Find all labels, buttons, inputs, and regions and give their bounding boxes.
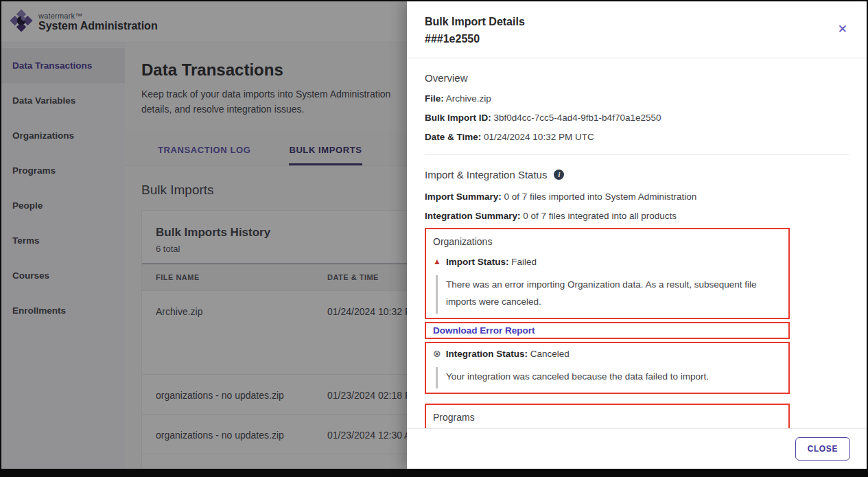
- organizations-integration-note: Your integration was canceled because th…: [436, 367, 782, 388]
- close-icon[interactable]: ✕: [838, 23, 847, 35]
- bulk-import-id-value: 3bf0d4cc-7cc5-4ad4-9fb1-b4f70a1e2550: [494, 113, 661, 123]
- organizations-integration-status-block: ⊗ Integration Status: Canceled Your inte…: [425, 342, 790, 394]
- file-label: File:: [425, 93, 444, 104]
- drawer-header: Bulk Import Details ###1e2550 ✕: [407, 1, 867, 58]
- organizations-integration-status: ⊗ Integration Status: Canceled: [433, 349, 782, 359]
- integration-status-label: Integration Status:: [446, 349, 528, 359]
- bulk-import-details-drawer: Bulk Import Details ###1e2550 ✕ Overview…: [407, 1, 867, 469]
- organizations-block-title: Organizations: [433, 236, 782, 247]
- drawer-footer: CLOSE: [407, 428, 867, 469]
- integration-status-value: Canceled: [530, 349, 570, 359]
- overview-file: File: Archive.zip: [425, 93, 849, 104]
- integration-summary: Integration Summary: 0 of 7 files integr…: [425, 211, 849, 221]
- import-summary-value: 0 of 7 files imported into System Admini…: [504, 191, 697, 202]
- integration-summary-label: Integration Summary:: [425, 211, 521, 221]
- integration-summary-value: 0 of 7 files integrated into all product…: [523, 211, 677, 221]
- import-summary: Import Summary: 0 of 7 files imported in…: [425, 191, 849, 202]
- info-icon[interactable]: i: [554, 170, 564, 180]
- date-time-label: Date & Time:: [425, 132, 481, 142]
- drawer-title-line1: Bulk Import Details: [425, 14, 849, 31]
- drawer-title: Bulk Import Details ###1e2550: [425, 14, 849, 48]
- bulk-import-id-label: Bulk Import ID:: [425, 113, 491, 123]
- overview-date-time: Date & Time: 01/24/2024 10:32 PM UTC: [425, 132, 849, 142]
- section-divider: [425, 154, 849, 155]
- import-status-label: Import Status:: [446, 257, 509, 267]
- programs-import-status-block: Programs ⊗ Import Status: Canceled Your …: [425, 404, 790, 429]
- overview-bulk-import-id: Bulk Import ID: 3bf0d4cc-7cc5-4ad4-9fb1-…: [425, 113, 849, 123]
- file-value: Archive.zip: [446, 93, 491, 104]
- warning-icon: ▲: [433, 257, 441, 266]
- download-error-report-link[interactable]: Download Error Report: [433, 325, 535, 336]
- date-time-value: 01/24/2024 10:32 PM UTC: [484, 132, 594, 142]
- programs-block-title: Programs: [433, 412, 782, 423]
- organizations-import-status-block: Organizations ▲ Import Status: Failed Th…: [425, 228, 790, 319]
- close-button[interactable]: CLOSE: [795, 437, 850, 461]
- screenshot-frame: watermark™ System Administration Data Tr…: [0, 0, 868, 477]
- organizations-import-status: ▲ Import Status: Failed: [433, 257, 782, 267]
- organizations-import-note: There was an error importing Organizatio…: [436, 275, 782, 314]
- import-summary-label: Import Summary:: [425, 191, 502, 202]
- canceled-icon: ⊗: [433, 349, 441, 358]
- download-error-report-block: Download Error Report: [425, 322, 790, 339]
- status-section-heading: Import & Integration Status: [425, 169, 547, 181]
- drawer-body: Overview File: Archive.zip Bulk Import I…: [407, 58, 867, 428]
- overview-heading: Overview: [425, 72, 849, 84]
- drawer-title-line2: ###1e2550: [425, 31, 849, 48]
- import-status-value: Failed: [511, 257, 537, 267]
